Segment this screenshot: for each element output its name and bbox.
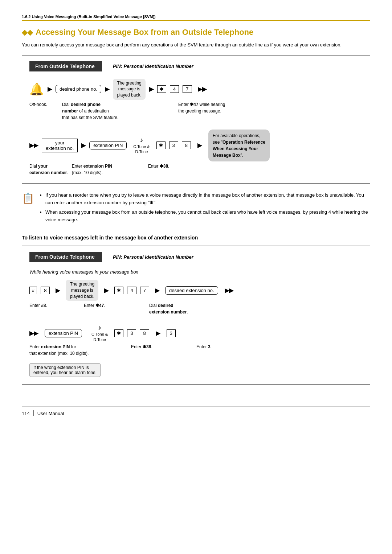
diagram1-flow-row1: 🔔 ▶ desired phone no. ▶ The greetingmess…	[29, 79, 363, 100]
ctone-group2: ♪ C.Tone &D.Tone	[91, 324, 108, 342]
diagram2-italic-sub: While hearing voice messages in your mes…	[29, 269, 363, 275]
ext-pin-box: extension PIN	[89, 141, 127, 149]
ctone-group: ♪ C.Tone &D.Tone	[133, 136, 150, 155]
d2-label1-col3: Dial desiredextension number.	[149, 302, 188, 315]
dbl-arrow1: ▶▶	[198, 86, 207, 93]
greeting-bubble1: The greetingmessage isplayed back.	[113, 79, 146, 100]
diagram1-header-right: PIN: Personal Identification Number	[113, 63, 193, 69]
ctone-label1: C.Tone &D.Tone	[133, 144, 150, 155]
diagram1-labels-row1: Off-hook. Dial desired phonenumber of a …	[29, 101, 363, 121]
label1-col4: Enter ✱47 while hearingthe greeting mess…	[178, 101, 225, 114]
footer: 114 User Manual	[22, 406, 370, 416]
note-icon: 📋	[22, 192, 34, 204]
arrow-d2-1: ▶	[56, 287, 60, 294]
diagram2-header: From Outside Telephone PIN: Personal Ide…	[29, 252, 363, 262]
label1-col1: Off-hook.	[29, 101, 58, 108]
key-8-d2-2: 8	[140, 329, 149, 337]
note-item-2: When accessing your message box from an …	[45, 209, 370, 224]
footer-separator	[33, 410, 34, 416]
d2-label1-col2: Enter ✱47.	[84, 302, 138, 309]
diagram2-labels-row1: Enter #8. Enter ✱47. Dial desiredextensi…	[29, 302, 363, 315]
key-8-d2: 8	[41, 287, 50, 294]
note-box: 📋 If you hear a reorder tone when you tr…	[22, 192, 370, 226]
dbl-arrow-d2-1: ▶▶	[225, 287, 233, 294]
desired-phone-box: desired phone no.	[56, 85, 101, 93]
diagram1-header: From Outside Telephone PIN: Personal Ide…	[29, 61, 363, 71]
arrow2: ▶	[105, 86, 109, 93]
key-7: 7	[183, 85, 192, 93]
key-star-d2-2: ✱	[114, 329, 123, 337]
music-note2: ♪	[98, 324, 101, 332]
key-7-d2: 7	[140, 287, 149, 294]
key-3: 3	[169, 141, 178, 149]
arrow-d2-2: ▶	[104, 287, 109, 294]
key-8: 8	[182, 141, 191, 149]
phone-icon: 🔔	[29, 82, 44, 96]
title-text: Accessing Your Message Box from an Outsi…	[36, 28, 253, 37]
main-title: ◆◆ Accessing Your Message Box from an Ou…	[22, 28, 370, 37]
arrow-d2-3: ▶	[155, 287, 159, 294]
dbl-arrow-start2: ▶▶	[29, 142, 38, 149]
arrow1: ▶	[48, 86, 52, 93]
key-4: 4	[170, 85, 179, 93]
note-item-1: If you hear a reorder tone when you try …	[45, 192, 370, 207]
footer-page: 114	[22, 411, 30, 416]
diagram2-labels-row2: Enter extension PIN forthat extension (m…	[29, 344, 363, 357]
diagram1: From Outside Telephone PIN: Personal Ide…	[22, 55, 370, 184]
label2-col2: Enter extension PIN(max. 10 digits).	[72, 163, 144, 176]
diagram1-labels-row2: Dial yourextension number. Enter extensi…	[29, 163, 363, 176]
key-hash: #	[29, 287, 37, 294]
op-ref-bubble: For available operations,see "Operation …	[208, 130, 270, 161]
diamonds-icon: ◆◆	[22, 28, 33, 37]
d2-label1-col1: Enter #8.	[29, 302, 73, 309]
arrow2-2: ▶	[197, 142, 202, 149]
label1-col2: Dial desired phonenumber of a destinatio…	[62, 101, 135, 121]
label2-col3: Enter ✱38.	[148, 163, 184, 169]
diagram2-flow-row2: ▶▶ extension PIN ♪ C.Tone &D.Tone ✱ 3 8 …	[29, 324, 363, 342]
d2-label2-col1: Enter extension PIN forthat extension (m…	[29, 344, 120, 357]
key-star2: ✱	[156, 141, 166, 149]
music-note1: ♪	[140, 136, 143, 144]
arrow2-1: ▶	[81, 142, 86, 149]
section-heading: 1.6.2 Using Voice Messaging (Built-in Si…	[22, 15, 370, 21]
intro-text: You can remotely access your message box…	[22, 41, 370, 49]
diagram2-flow-row1: # 8 ▶ The greetingmessage isplayed back.…	[29, 280, 363, 301]
diagram1-header-left: From Outside Telephone	[29, 61, 102, 71]
d2-label2-col2: Enter ✱38.	[131, 344, 185, 350]
dbl-arrow-d2-2: ▶▶	[29, 330, 38, 337]
note-text: If you hear a reorder tone when you try …	[40, 192, 370, 226]
key-4-d2: 4	[127, 287, 136, 294]
key-star-d2: ✱	[114, 287, 123, 294]
alarm-note: If the wrong extension PIN isentered, yo…	[29, 363, 101, 377]
ctone-label2: C.Tone &D.Tone	[91, 332, 108, 342]
key-3-d2-2: 3	[127, 329, 136, 337]
diagram2-header-right: PIN: Personal Identification Number	[113, 254, 193, 260]
ext-no-box: yourextension no.	[42, 139, 78, 152]
d2-label2-col3: Enter 3.	[196, 344, 212, 350]
subsection-title: To listen to voice messages left in the …	[22, 235, 370, 241]
diagram2-header-left: From Outside Telephone	[29, 252, 102, 262]
arrow-d2-4: ▶	[156, 330, 160, 337]
diagram2: From Outside Telephone PIN: Personal Ide…	[22, 246, 370, 385]
desired-ext-box: desired extension no.	[165, 286, 218, 295]
greeting-bubble2: The greetingmessage isplayed back.	[66, 280, 98, 301]
key-3-single: 3	[167, 329, 176, 337]
ext-pin-box-d2: extension PIN	[45, 329, 82, 337]
arrow3: ▶	[149, 86, 154, 93]
label2-col1: Dial yourextension number.	[29, 163, 68, 176]
diagram1-flow-row2: ▶▶ yourextension no. ▶ extension PIN ♪ C…	[29, 130, 363, 161]
footer-label: User Manual	[37, 411, 64, 416]
key-star1: ✱	[157, 85, 166, 93]
